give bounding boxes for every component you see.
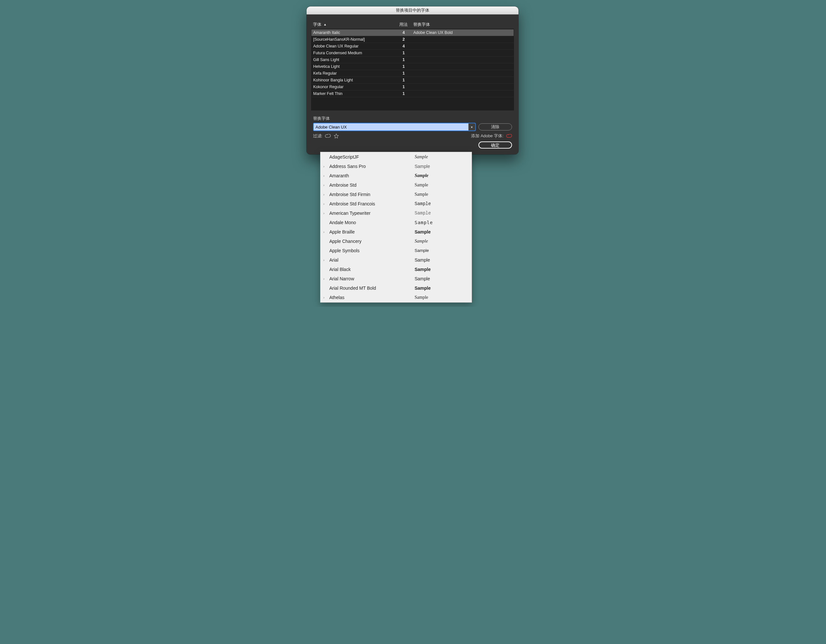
expand-chevron-icon[interactable]: › (322, 211, 326, 215)
font-sample: Sample (415, 192, 470, 197)
font-name: Amaranth (326, 173, 415, 178)
cell-font-name: Marker Felt Thin (314, 92, 394, 96)
font-name: Apple Braille (326, 229, 415, 234)
ok-button[interactable]: 确定 (478, 141, 512, 149)
table-row[interactable]: Futura Condensed Medium1 (311, 50, 514, 56)
font-list-item[interactable]: Arial BlackSample (320, 264, 472, 274)
filter-label: 过滤: (313, 133, 323, 139)
font-list-item[interactable]: ›Ambroise Std FirminSample (320, 189, 472, 199)
add-adobe-fonts-label: 添加 Adobe 字体: (471, 133, 503, 139)
chevron-down-icon: ▾ (471, 125, 473, 129)
font-list-item[interactable]: Apple ChancerySample (320, 236, 472, 246)
font-list-item[interactable]: ›ArialSample (320, 255, 472, 264)
combo-dropdown-button[interactable]: ▾ (468, 123, 475, 130)
column-header-font-label: 字体 (313, 22, 321, 27)
font-list-item[interactable]: Andale MonoSample (320, 218, 472, 227)
font-sample: Sample (415, 164, 470, 169)
cell-usage-count: 1 (394, 57, 413, 62)
font-list-item[interactable]: ›AthelasSample (320, 293, 472, 302)
font-sample: Sample (415, 286, 470, 291)
font-name: Arial Narrow (326, 276, 415, 281)
font-name: AdageScriptJF (326, 154, 415, 160)
font-sample: Sample (415, 239, 470, 244)
table-row[interactable]: Kokonor Regular1 (311, 84, 514, 90)
table-row[interactable]: Kohinoor Bangla Light1 (311, 77, 514, 84)
filter-row: 过滤: 添加 Adobe 字体: (307, 133, 519, 141)
cell-font-name: Futura Condensed Medium (314, 51, 394, 55)
cell-usage-count: 1 (394, 78, 413, 82)
cell-usage-count: 1 (394, 51, 413, 55)
dialog-title: 替换项目中的字体 (307, 6, 519, 14)
creative-cloud-icon[interactable] (325, 133, 331, 139)
font-list-item[interactable]: ›Ambroise StdSample (320, 180, 472, 189)
font-sample: Sample (415, 183, 470, 188)
font-name: Ambroise Std Francois (326, 201, 415, 206)
font-table: 字体 ▲ 用法 替换字体 Amaranth Italic4Adobe Clean… (307, 14, 519, 110)
column-header-replace[interactable]: 替换字体 (413, 22, 512, 28)
font-sample: Sample (415, 173, 470, 178)
cell-font-name: Amaranth Italic (314, 30, 394, 35)
table-body: Amaranth Italic4Adobe Clean UX Bold[Sour… (311, 29, 514, 110)
font-list-item[interactable]: ›Ambroise Std FrancoisSample (320, 199, 472, 208)
cell-usage-count: 4 (394, 30, 413, 35)
table-row[interactable]: Adobe Clean UX Regular4 (311, 43, 514, 50)
expand-chevron-icon[interactable]: › (322, 192, 326, 196)
table-row[interactable]: Marker Felt Thin1 (311, 90, 514, 97)
table-row[interactable]: Kefa Regular1 (311, 70, 514, 77)
expand-chevron-icon[interactable]: › (322, 277, 326, 281)
column-header-usage[interactable]: 用法 (394, 22, 413, 28)
font-list-item[interactable]: ›AmaranthSample (320, 171, 472, 180)
font-sample: Sample (415, 258, 470, 262)
font-list-item[interactable]: ›Apple BrailleSample (320, 227, 472, 236)
cell-font-name: Adobe Clean UX Regular (314, 44, 394, 48)
expand-chevron-icon[interactable]: › (322, 258, 326, 262)
font-name: Arial (326, 258, 415, 262)
replacement-font-input[interactable] (314, 123, 468, 130)
expand-chevron-icon[interactable]: › (322, 174, 326, 178)
font-name: American Typewriter (326, 211, 415, 216)
expand-chevron-icon[interactable]: › (322, 295, 326, 299)
font-sample: Sample (415, 276, 470, 281)
font-list-item[interactable]: AdageScriptJFSample (320, 152, 472, 161)
replace-row: ▾ 清除 (307, 123, 519, 133)
font-name: Arial Rounded MT Bold (326, 286, 415, 291)
font-list-item[interactable]: Apple SymbolsSample (320, 246, 472, 255)
table-row[interactable]: Gill Sans Light1 (311, 56, 514, 63)
font-name: Ambroise Std Firmin (326, 192, 415, 197)
expand-chevron-icon[interactable]: › (322, 164, 326, 168)
font-list-item[interactable]: ›American TypewriterSample (320, 208, 472, 218)
creative-cloud-add-icon[interactable] (506, 133, 512, 139)
clear-button[interactable]: 清除 (478, 123, 512, 130)
font-name: Arial Black (326, 267, 415, 272)
favorite-star-icon[interactable] (333, 133, 339, 139)
font-sample: Sample (415, 267, 470, 272)
cell-font-name: Kokonor Regular (314, 85, 394, 89)
expand-chevron-icon[interactable]: › (322, 202, 326, 206)
cell-font-name: [SourceHanSansKR-Normal] (314, 37, 394, 42)
dialog-body: 字体 ▲ 用法 替换字体 Amaranth Italic4Adobe Clean… (307, 14, 519, 154)
table-row[interactable]: [SourceHanSansKR-Normal]2 (311, 36, 514, 43)
column-header-font[interactable]: 字体 ▲ (313, 22, 394, 28)
font-name: Apple Symbols (326, 248, 415, 253)
font-name: Address Sans Pro (326, 164, 415, 169)
cell-replacement: Adobe Clean UX Bold (413, 30, 512, 35)
font-sample: Sample (415, 201, 470, 206)
cell-usage-count: 1 (394, 64, 413, 69)
font-dropdown-list[interactable]: AdageScriptJFSample›Address Sans ProSamp… (320, 152, 472, 303)
cell-font-name: Gill Sans Light (314, 57, 394, 62)
cell-usage-count: 1 (394, 92, 413, 96)
font-list-item[interactable]: Arial Rounded MT BoldSample (320, 283, 472, 293)
font-sample: Sample (415, 211, 470, 216)
font-list-item[interactable]: ›Address Sans ProSample (320, 161, 472, 171)
replacement-font-combo[interactable]: ▾ (313, 123, 476, 131)
cell-usage-count: 1 (394, 85, 413, 89)
font-list-item[interactable]: ›Arial NarrowSample (320, 274, 472, 283)
table-row[interactable]: Helvetica Light1 (311, 63, 514, 70)
expand-chevron-icon[interactable]: › (322, 183, 326, 187)
table-row[interactable]: Amaranth Italic4Adobe Clean UX Bold (311, 29, 514, 36)
replace-fonts-dialog: 替换项目中的字体 字体 ▲ 用法 替换字体 Amaranth Italic4Ad… (307, 6, 519, 154)
font-name: Apple Chancery (326, 239, 415, 244)
table-header-row: 字体 ▲ 用法 替换字体 (311, 20, 514, 29)
cell-usage-count: 4 (394, 44, 413, 48)
expand-chevron-icon[interactable]: › (322, 230, 326, 234)
